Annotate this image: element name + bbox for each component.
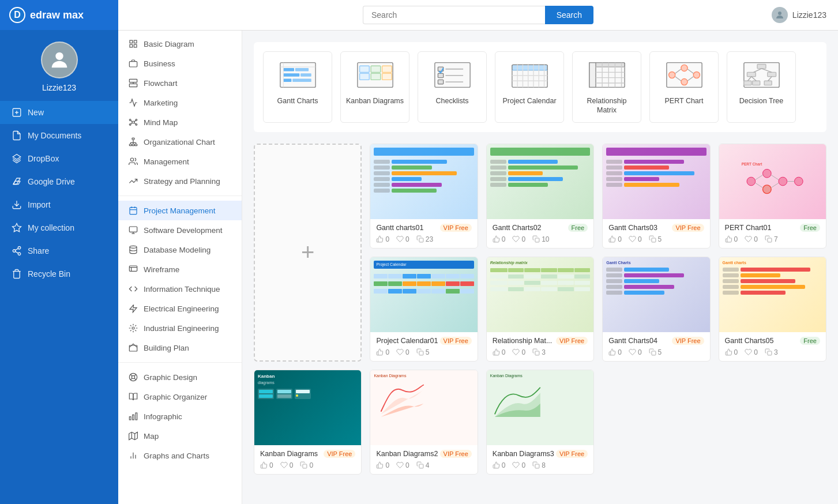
cat-graphs-charts[interactable]: Graphs and Charts [118, 446, 242, 465]
template-decision-tree[interactable]: Decision Tree [727, 51, 796, 123]
category-panel: Basic Diagram Business Flowchart Marketi… [118, 31, 242, 504]
template-gantt-charts[interactable]: Gantt Charts [263, 51, 332, 123]
diagram-badge-1: Free [568, 224, 588, 232]
svg-point-37 [130, 158, 133, 161]
svg-rect-46 [129, 266, 137, 271]
svg-point-114 [681, 78, 687, 85]
diagram-card-3[interactable]: PERT Chart [719, 144, 826, 249]
svg-rect-146 [768, 238, 772, 242]
plus-icon: + [301, 239, 314, 265]
diagram-name-0: Gantt charts01 [376, 224, 423, 232]
diagram-card-5[interactable]: Relationship matrix [486, 257, 594, 362]
likes-count-0: 0 [385, 235, 389, 243]
search-input[interactable] [363, 6, 545, 24]
cat-label: Graphic Design [144, 373, 197, 382]
svg-rect-70 [300, 73, 311, 77]
svg-point-138 [763, 185, 772, 194]
diagram-card-10[interactable]: Kanban Diagrams Kanban Diagrams3 VIP Fre… [486, 370, 594, 475]
cat-org-chart[interactable]: Organizational Chart [118, 132, 242, 152]
diagram-stats-1: 0 0 10 [493, 235, 588, 243]
diagram-stats-0: 0 0 23 [376, 235, 471, 243]
sidebar-item-my-collection[interactable]: My collection [0, 216, 118, 239]
checklists-label: Checklists [436, 96, 469, 106]
sidebar-item-dropbox[interactable]: DropBox [0, 147, 118, 170]
svg-line-56 [130, 378, 132, 380]
cat-marketing[interactable]: Marketing [118, 93, 242, 112]
sidebar-nav: New My Documents DropBox Google Drive Im… [0, 101, 118, 504]
new-diagram-card[interactable]: + [254, 144, 362, 362]
sidebar-item-import[interactable]: Import [0, 193, 118, 216]
svg-rect-30 [129, 144, 131, 146]
cat-mind-map[interactable]: Mind Map [118, 112, 242, 132]
sidebar-item-my-documents[interactable]: My Documents [0, 124, 118, 147]
cat-graphic-organizer[interactable]: Graphic Organizer [118, 387, 242, 407]
cat-label: Wireframe [144, 265, 179, 274]
diagram-thumb-0 [370, 144, 477, 219]
svg-rect-31 [132, 144, 134, 146]
diagram-card-7[interactable]: Gantt charts Gantt Charts05 Free [719, 257, 826, 362]
cat-map[interactable]: Map [118, 426, 242, 446]
template-project-calendar[interactable]: Project Calendar [495, 51, 564, 123]
cat-label: Graphic Organizer [144, 393, 207, 401]
svg-line-53 [130, 374, 132, 376]
sidebar-item-new[interactable]: New [0, 101, 118, 124]
diagram-info-4: Project Calendar01 VIP Free 0 0 [370, 332, 477, 361]
diagram-grid: + [254, 144, 826, 475]
svg-rect-57 [136, 413, 137, 420]
sidebar-item-share[interactable]: Share [0, 239, 118, 262]
cat-software-dev[interactable]: Software Development [118, 220, 242, 240]
diagram-card-2[interactable]: Gantt Charts03 VIP Free 0 0 [602, 144, 710, 249]
sidebar-item-recycle-bin[interactable]: Recycle Bin [0, 262, 118, 285]
cat-label: Strategy and Planning [144, 177, 220, 186]
svg-rect-80 [382, 66, 392, 72]
svg-rect-67 [283, 67, 294, 71]
diagram-card-1[interactable]: Gantt Charts02 Free 0 0 [486, 144, 594, 249]
diagram-info-7: Gantt Charts05 Free 0 0 [719, 332, 826, 361]
cat-industrial[interactable]: Industrial Engineering [118, 318, 242, 338]
cat-business[interactable]: Business [118, 54, 242, 73]
svg-point-113 [681, 65, 687, 71]
cat-strategy[interactable]: Strategy and Planning [118, 171, 242, 191]
cat-basic-diagram[interactable]: Basic Diagram [118, 34, 242, 54]
diagram-name-5: Relationship Mat... [493, 337, 553, 345]
svg-rect-38 [130, 208, 137, 215]
diagram-card-9[interactable]: Kanban Diagrams Kanban Diagrams2 VIP Fre… [370, 370, 478, 475]
diagram-info-10: Kanban Diagrams3 VIP Free 0 0 [487, 445, 593, 474]
cat-label: Database Modeling [144, 246, 211, 254]
cat-information-technique[interactable]: Information Technique [118, 279, 242, 299]
cat-wireframe[interactable]: Wireframe [118, 259, 242, 279]
cat-database[interactable]: Database Modeling [118, 240, 242, 259]
app-logo[interactable]: D edraw max [0, 0, 118, 30]
svg-text:PERT Chart: PERT Chart [742, 162, 762, 166]
template-checklists[interactable]: Checklists [418, 51, 487, 123]
template-pert-chart[interactable]: PERT Chart [649, 51, 719, 123]
diagram-card-0[interactable]: Gantt charts01 VIP Free 0 0 [370, 144, 478, 249]
cat-project-management[interactable]: Project Management [118, 201, 242, 220]
diagram-name-1: Gantt Charts02 [493, 224, 542, 232]
diagram-card-8[interactable]: Kanban diagrams [254, 370, 362, 475]
svg-rect-153 [535, 464, 539, 468]
svg-rect-149 [651, 351, 655, 355]
diagram-card-6[interactable]: Gantt Charts Gantt Charts04 VIP Free [602, 257, 710, 362]
template-relationship-matrix[interactable]: Relationship Matrix [572, 51, 641, 123]
cat-electrical[interactable]: Electrical Engineering [118, 299, 242, 318]
svg-rect-42 [129, 227, 137, 232]
diagram-name-8: Kanban Diagrams [260, 450, 318, 458]
svg-rect-71 [283, 78, 291, 82]
diagram-card-4[interactable]: Project Calendar [370, 257, 478, 362]
project-calendar-icon [509, 59, 550, 91]
cat-management[interactable]: Management [118, 152, 242, 171]
svg-rect-14 [130, 44, 133, 47]
diagram-stats-3: 0 0 7 [725, 235, 820, 243]
cat-building[interactable]: Building Plan [118, 338, 242, 358]
svg-rect-32 [135, 144, 137, 146]
cat-graphic-design[interactable]: Graphic Design [118, 367, 242, 387]
diagram-stats-7: 0 0 3 [725, 348, 820, 356]
sidebar-item-google-drive[interactable]: Google Drive [0, 170, 118, 193]
cat-infographic[interactable]: Infographic [118, 407, 242, 426]
diagram-thumb-1 [487, 144, 593, 219]
search-button[interactable]: Search [545, 6, 593, 24]
template-kanban[interactable]: Kanban Diagrams [340, 51, 409, 123]
cat-flowchart[interactable]: Flowchart [118, 73, 242, 93]
app-name: edraw max [30, 9, 84, 21]
